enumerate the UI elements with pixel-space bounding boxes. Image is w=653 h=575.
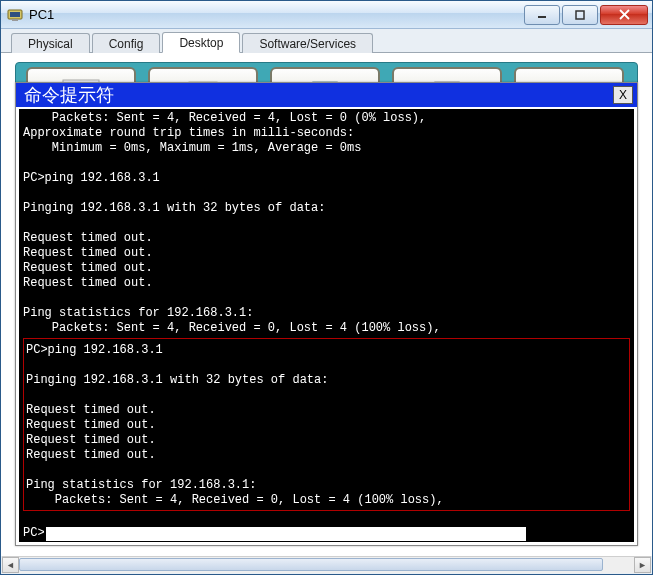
close-button[interactable] — [600, 5, 648, 25]
scroll-left-button[interactable]: ◄ — [2, 557, 19, 573]
terminal-text-highlighted: PC>ping 192.168.3.1 Pinging 192.168.3.1 … — [26, 343, 444, 507]
window-controls — [522, 5, 648, 25]
tab-software[interactable]: Software/Services — [242, 33, 373, 53]
svg-rect-1 — [10, 12, 20, 17]
horizontal-scrollbar[interactable]: ◄ ► — [2, 556, 651, 573]
svg-rect-4 — [576, 11, 584, 19]
scroll-right-button[interactable]: ► — [634, 557, 651, 573]
scroll-thumb[interactable] — [19, 558, 603, 571]
svg-rect-2 — [12, 19, 18, 21]
tab-desktop[interactable]: Desktop — [162, 32, 240, 53]
app-icon — [7, 7, 23, 23]
terminal[interactable]: Packets: Sent = 4, Received = 4, Lost = … — [16, 107, 637, 545]
tab-config[interactable]: Config — [92, 33, 161, 53]
terminal-text-top: Packets: Sent = 4, Received = 4, Lost = … — [23, 111, 441, 335]
terminal-prompt: PC> — [23, 526, 45, 541]
command-prompt-titlebar[interactable]: 命令提示符 X — [16, 83, 637, 107]
tab-bar: Physical Config Desktop Software/Service… — [1, 29, 652, 53]
scroll-track[interactable] — [19, 557, 634, 573]
tab-panel-desktop: 命令提示符 X Packets: Sent = 4, Received = 4,… — [1, 53, 652, 556]
command-prompt-title: 命令提示符 — [24, 83, 613, 107]
titlebar[interactable]: PC1 — [1, 1, 652, 29]
terminal-highlight-box: PC>ping 192.168.3.1 Pinging 192.168.3.1 … — [23, 338, 630, 511]
window-title: PC1 — [29, 7, 522, 22]
maximize-button[interactable] — [562, 5, 598, 25]
terminal-prompt-line: PC> — [23, 526, 630, 541]
terminal-cursor — [46, 527, 526, 541]
minimize-button[interactable] — [524, 5, 560, 25]
command-prompt-window: 命令提示符 X Packets: Sent = 4, Received = 4,… — [15, 82, 638, 546]
terminal-output: Packets: Sent = 4, Received = 4, Lost = … — [23, 111, 630, 541]
tab-physical[interactable]: Physical — [11, 33, 90, 53]
app-window: PC1 Physical Config Desktop Software/Ser… — [0, 0, 653, 575]
command-prompt-close-button[interactable]: X — [613, 86, 633, 104]
